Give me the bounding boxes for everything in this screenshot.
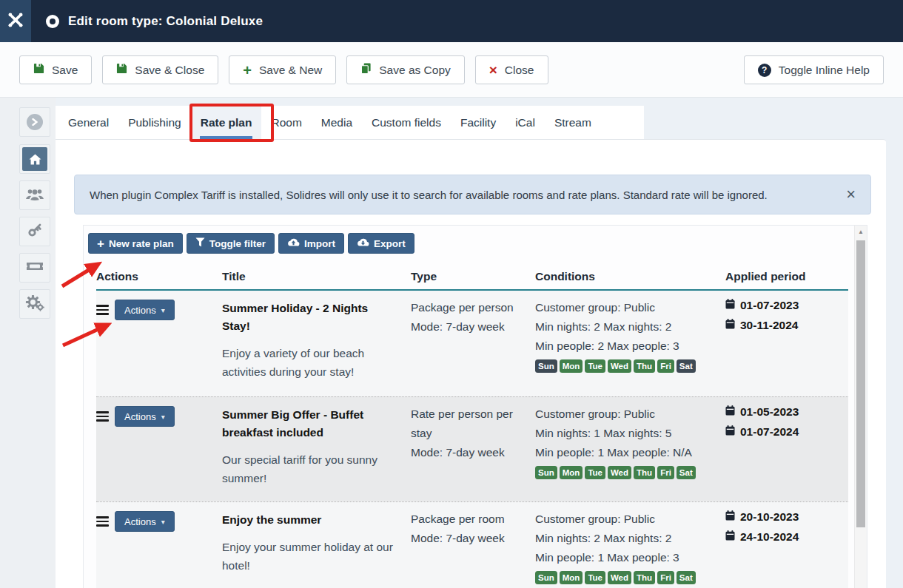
joomla-logo-icon	[7, 11, 24, 32]
save-button[interactable]: Save	[19, 55, 92, 84]
save-and-close-button[interactable]: Save & Close	[102, 55, 218, 84]
caret-down-icon: ▾	[161, 518, 165, 526]
vertical-scrollbar[interactable]: ▲	[854, 226, 867, 588]
tab-general[interactable]: General	[58, 106, 118, 139]
weekday-badges: Sun Mon Tue Wed Thu Fri Sat	[535, 466, 712, 479]
rate-plan-mode: Mode: 7-day week	[411, 529, 522, 548]
row-actions-button[interactable]: Actions ▾	[115, 406, 175, 427]
day-badge: Wed	[608, 571, 631, 584]
copy-icon	[360, 63, 372, 77]
edit-record-icon	[46, 15, 59, 28]
rate-plan-title-link[interactable]: Enjoy the summer	[222, 510, 397, 529]
tab-stream[interactable]: Stream	[545, 106, 601, 139]
period-end: 24-10-2024	[725, 530, 835, 544]
hamburger-icon[interactable]	[96, 305, 109, 315]
toggle-filter-button[interactable]: Toggle filter	[187, 233, 275, 254]
condition-people: Min people: 1 Max people: N/A	[535, 443, 712, 462]
export-button[interactable]: Export	[348, 233, 414, 254]
tab-media[interactable]: Media	[312, 106, 362, 139]
new-rate-plan-button[interactable]: + New rate plan	[88, 233, 183, 254]
table-row: Actions ▾ Enjoy the summer Enjoy your su…	[96, 501, 848, 588]
condition-people: Min people: 2 Max people: 3	[535, 337, 712, 356]
row-actions-button[interactable]: Actions ▾	[115, 300, 175, 320]
calendar-icon	[725, 298, 735, 313]
cloud-upload-icon	[287, 238, 300, 249]
day-badge: Mon	[560, 571, 583, 584]
calendar-icon	[725, 405, 735, 419]
day-badge: Fri	[657, 466, 674, 479]
hamburger-icon[interactable]	[96, 411, 109, 422]
gears-icon	[25, 294, 44, 314]
day-badge: Thu	[634, 359, 655, 373]
calendar-icon	[725, 318, 735, 333]
caret-down-icon: ▾	[161, 306, 165, 314]
condition-customer-group: Customer group: Public	[535, 510, 712, 529]
alert-message: When plugin Complex Tariff is installed,…	[90, 189, 846, 201]
joomla-logo-button[interactable]	[0, 0, 31, 42]
day-badge: Fri	[657, 571, 674, 584]
condition-customer-group: Customer group: Public	[535, 298, 712, 317]
edit-room-tabs: General Publishing Rate plan Room Media …	[56, 106, 644, 139]
funnel-icon	[195, 237, 205, 249]
day-badge: Thu	[634, 571, 655, 584]
day-badge: Wed	[608, 359, 631, 373]
save-as-copy-button[interactable]: Save as Copy	[346, 55, 465, 84]
tab-ical[interactable]: iCal	[506, 106, 545, 139]
scrollbar-thumb[interactable]	[856, 240, 865, 527]
sidebar-expand-button[interactable]	[19, 107, 50, 137]
rate-plan-title-link[interactable]: Summer Big Offer - Buffet breakfast incl…	[222, 405, 397, 442]
rate-plan-mode: Mode: 7-day week	[411, 317, 522, 337]
rate-plan-description: Our special tariff for you sunny summer!	[222, 450, 397, 487]
weekday-badges: Sun Mon Tue Wed Thu Fri Sat	[535, 571, 712, 584]
rate-plans-table: Actions Title Type Conditions Applied pe…	[96, 270, 848, 588]
tab-room[interactable]: Room	[261, 106, 311, 139]
rate-plan-description: Enjoy a variety of our beach activities …	[222, 344, 397, 381]
day-badge: Sat	[677, 466, 696, 479]
save-and-new-button[interactable]: + Save & New	[229, 55, 336, 84]
weekday-badges: Sun Mon Tue Wed Thu Fri Sat	[535, 359, 712, 373]
condition-nights: Min nights: 1 Max nights: 5	[535, 424, 712, 443]
condition-customer-group: Customer group: Public	[535, 405, 712, 424]
condition-people: Min people: 1 Max people: 3	[535, 548, 712, 567]
admin-sidebar	[0, 98, 56, 588]
ticket-icon	[26, 260, 44, 275]
sidebar-item-tickets[interactable]	[19, 253, 50, 283]
calendar-icon	[725, 530, 735, 544]
day-badge: Wed	[608, 466, 631, 479]
sidebar-item-access[interactable]	[19, 217, 50, 246]
tab-facility[interactable]: Facility	[451, 106, 506, 139]
app-header: Edit room type: Colonial Deluxe	[0, 0, 903, 42]
tab-custom-fields[interactable]: Custom fields	[362, 106, 451, 139]
info-alert: When plugin Complex Tariff is installed,…	[74, 175, 871, 214]
sidebar-item-dashboard[interactable]	[19, 144, 50, 174]
close-button[interactable]: × Close	[475, 55, 548, 84]
column-header-applied-period: Applied period	[725, 270, 848, 283]
row-actions-button[interactable]: Actions ▾	[115, 511, 175, 532]
period-start: 01-07-2023	[725, 298, 835, 313]
users-icon	[25, 188, 44, 203]
key-icon	[27, 223, 42, 240]
tab-content-card: When plugin Complex Tariff is installed,…	[56, 139, 886, 588]
rate-plan-type: Package per room	[411, 510, 522, 529]
period-start: 20-10-2023	[725, 510, 835, 524]
cloud-download-icon	[357, 238, 369, 249]
day-badge: Sat	[677, 571, 696, 584]
save-icon	[33, 63, 44, 77]
day-badge: Fri	[657, 359, 674, 373]
scroll-up-arrow-icon[interactable]: ▲	[855, 229, 867, 235]
tab-rate-plan[interactable]: Rate plan	[191, 106, 262, 139]
plus-icon: +	[243, 63, 252, 78]
hamburger-icon[interactable]	[96, 516, 109, 527]
sidebar-item-users[interactable]	[19, 180, 50, 210]
tab-publishing[interactable]: Publishing	[118, 106, 191, 139]
column-header-conditions: Conditions	[535, 270, 725, 283]
calendar-icon	[725, 510, 735, 524]
alert-close-button[interactable]: ×	[846, 186, 856, 203]
rate-plan-title-link[interactable]: Summer Holiday - 2 Nights Stay!	[222, 298, 397, 335]
plus-icon: +	[97, 237, 104, 250]
import-button[interactable]: Import	[278, 233, 344, 254]
home-icon	[22, 147, 47, 171]
column-header-type: Type	[411, 270, 535, 283]
sidebar-item-settings[interactable]	[19, 289, 50, 319]
toggle-inline-help-button[interactable]: ? Toggle Inline Help	[744, 55, 884, 84]
